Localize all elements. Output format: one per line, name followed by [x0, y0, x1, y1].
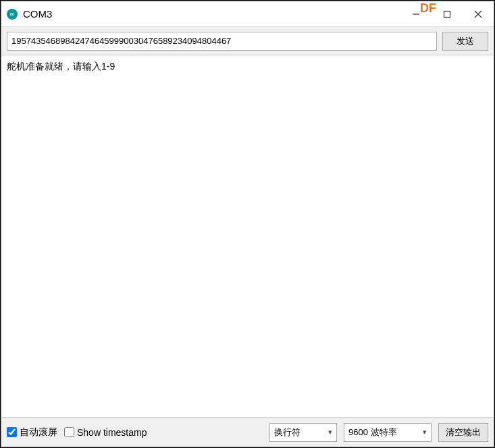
chevron-down-icon: ▾ — [328, 428, 332, 437]
window-controls — [400, 1, 494, 26]
line-ending-value: 换行符 — [274, 426, 301, 439]
minimize-icon — [412, 10, 420, 18]
close-icon — [474, 10, 482, 18]
window-title: COM3 — [23, 8, 52, 20]
serial-monitor-window: COM3 DF 发送 舵机准备就绪，请输入1-9 自动滚屏 Show times… — [1, 1, 494, 447]
serial-output[interactable]: 舵机准备就绪，请输入1-9 — [1, 55, 494, 417]
autoscroll-checkbox-wrap[interactable]: 自动滚屏 — [7, 426, 57, 439]
maximize-button[interactable] — [432, 1, 463, 26]
titlebar: COM3 DF — [1, 1, 494, 27]
arduino-icon — [7, 9, 18, 20]
send-toolbar: 发送 — [1, 27, 494, 55]
clear-output-button[interactable]: 清空输出 — [438, 423, 488, 442]
close-button[interactable] — [463, 1, 494, 26]
maximize-icon — [443, 10, 451, 18]
svg-rect-1 — [444, 11, 450, 17]
send-button[interactable]: 发送 — [442, 32, 488, 51]
autoscroll-label: 自动滚屏 — [20, 426, 57, 439]
status-bar: 自动滚屏 Show timestamp 换行符 ▾ 9600 波特率 ▾ 清空输… — [1, 417, 494, 447]
timestamp-checkbox[interactable] — [64, 427, 74, 437]
line-ending-select[interactable]: 换行符 ▾ — [269, 423, 337, 442]
timestamp-label: Show timestamp — [77, 427, 147, 438]
command-input[interactable] — [7, 32, 437, 51]
chevron-down-icon: ▾ — [423, 428, 427, 437]
baud-rate-select[interactable]: 9600 波特率 ▾ — [344, 423, 432, 442]
timestamp-checkbox-wrap[interactable]: Show timestamp — [64, 427, 147, 438]
autoscroll-checkbox[interactable] — [7, 427, 17, 437]
minimize-button[interactable] — [400, 1, 432, 26]
baud-rate-value: 9600 波特率 — [348, 426, 397, 439]
